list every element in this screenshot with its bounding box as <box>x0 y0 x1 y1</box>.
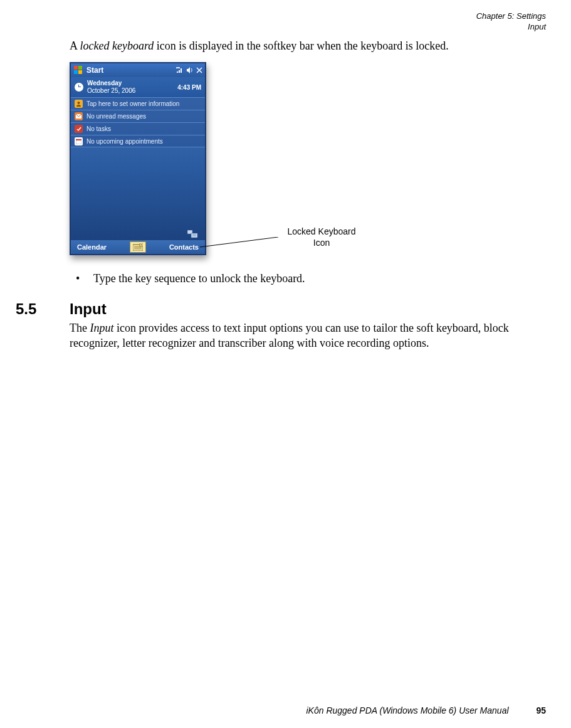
bullet-text: Type the key sequence to unlock the keyb… <box>93 272 305 286</box>
date-bar[interactable]: Wednesday October 25, 2006 4:43 PM <box>71 77 205 97</box>
owner-icon <box>75 100 83 108</box>
section-number: 5.5 <box>16 300 70 318</box>
time-label: 4:43 PM <box>177 84 201 91</box>
callout-line2: Icon <box>278 238 365 249</box>
footer-manual: iKôn Rugged PDA (Windows Mobile 6) User … <box>306 705 508 715</box>
date-day: Wednesday <box>87 80 177 87</box>
intro-post: icon is displayed in the softkey bar whe… <box>154 40 448 52</box>
system-tray <box>176 67 202 73</box>
callout-label: Locked Keyboard Icon <box>278 226 365 248</box>
windows-flag-icon <box>73 65 83 75</box>
intro-paragraph: A locked keyboard icon is displayed in t… <box>70 39 546 53</box>
messages-row[interactable]: No unread messages <box>71 110 205 122</box>
clock-icon <box>75 83 83 92</box>
locked-keyboard-status-icon <box>187 230 199 239</box>
header-section: Input <box>476 22 546 33</box>
start-label: Start <box>86 66 103 75</box>
bullet-list: • Type the key sequence to unlock the ke… <box>70 272 546 286</box>
body-pre: The <box>70 322 90 334</box>
date-full: October 25, 2006 <box>87 87 177 95</box>
softkey-right[interactable]: Contacts <box>169 243 199 251</box>
messages-text: No unread messages <box>86 113 146 120</box>
locked-keyboard-icon[interactable] <box>130 241 146 253</box>
softkey-left[interactable]: Calendar <box>77 243 107 251</box>
section-body: The Input icon provides access to text i… <box>70 320 546 351</box>
appointments-row[interactable]: No upcoming appointments <box>71 135 205 147</box>
owner-text: Tap here to set owner information <box>86 100 179 107</box>
date-text: Wednesday October 25, 2006 <box>87 80 177 95</box>
section-heading: 5.5 Input <box>16 300 546 318</box>
svg-rect-3 <box>76 139 81 140</box>
signal-icon <box>176 67 184 73</box>
svg-point-13 <box>141 245 142 246</box>
start-bar[interactable]: Start <box>71 63 205 77</box>
section-title: Input <box>70 300 107 318</box>
callout-line1: Locked Keyboard <box>278 226 365 238</box>
svg-line-14 <box>200 237 278 247</box>
body-em: Input <box>90 322 113 334</box>
envelope-icon <box>75 112 83 120</box>
header-chapter: Chapter 5: Settings <box>476 11 546 22</box>
figure-area: Start Wednesday <box>70 62 546 265</box>
body-post: icon provides access to text input optio… <box>70 322 509 349</box>
device-screenshot: Start Wednesday <box>70 62 206 255</box>
tasks-icon <box>75 125 83 133</box>
tasks-text: No tasks <box>86 125 111 132</box>
bullet-marker: • <box>76 272 93 286</box>
intro-em: locked keyboard <box>80 40 154 52</box>
calendar-icon <box>75 137 83 145</box>
page-header: Chapter 5: Settings Input <box>476 11 546 33</box>
callout-line <box>200 237 281 250</box>
page-footer: iKôn Rugged PDA (Windows Mobile 6) User … <box>306 705 546 715</box>
appointments-text: No upcoming appointments <box>86 138 163 145</box>
footer-page-number: 95 <box>536 705 546 715</box>
owner-row[interactable]: Tap here to set owner information <box>71 97 205 110</box>
tasks-row[interactable]: No tasks <box>71 122 205 135</box>
page-content: A locked keyboard icon is displayed in t… <box>70 39 546 351</box>
softkey-bar: Calendar Contacts <box>71 240 205 254</box>
bullet-item: • Type the key sequence to unlock the ke… <box>76 272 546 286</box>
speaker-icon <box>186 67 194 73</box>
svg-rect-5 <box>191 233 197 238</box>
intro-pre: A <box>70 40 80 52</box>
close-icon[interactable] <box>196 67 202 73</box>
svg-point-0 <box>78 102 80 104</box>
